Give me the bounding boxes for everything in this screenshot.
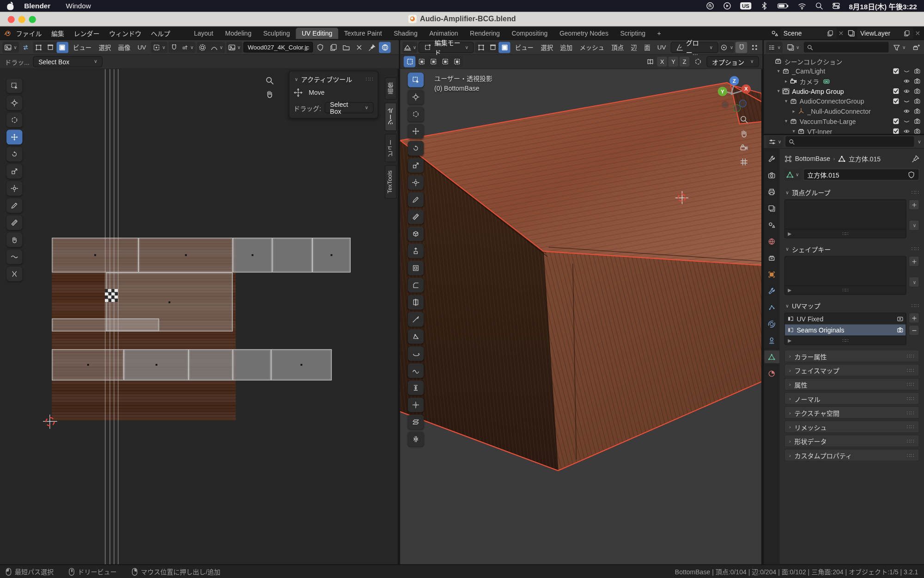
- viewport-camera-icon[interactable]: [740, 143, 748, 152]
- visibility-checkbox[interactable]: [893, 98, 899, 105]
- eye-icon[interactable]: [903, 88, 910, 94]
- select-mode-vertex-button[interactable]: [33, 42, 45, 53]
- select-mode-face-button-3d[interactable]: [498, 42, 511, 53]
- move-tool-button[interactable]: [6, 130, 22, 145]
- apple-menu-icon[interactable]: [7, 2, 13, 10]
- uv-island[interactable]: [312, 238, 351, 272]
- editor-type-button[interactable]: ∨: [2, 42, 19, 53]
- uv-sidebar-tab-画像[interactable]: 画像: [385, 77, 397, 99]
- new-image-button[interactable]: [327, 42, 339, 53]
- breadcrumb-data[interactable]: 立方体.015: [849, 154, 881, 163]
- cursor-tool-button[interactable]: [408, 90, 424, 105]
- render-visibility-icon[interactable]: [914, 108, 920, 114]
- screen-record-icon[interactable]: [706, 2, 714, 10]
- image-browse-button[interactable]: ∨: [226, 42, 243, 53]
- pinch-tool-button[interactable]: [6, 267, 22, 282]
- select-circle-tool-button[interactable]: [408, 107, 424, 122]
- workspace-tab-scripting[interactable]: Scripting: [614, 27, 651, 38]
- uvmap-render-icon[interactable]: [897, 327, 903, 333]
- vertex-group-specials-button[interactable]: ∨: [909, 220, 919, 231]
- scene-selector[interactable]: Scene ✕: [771, 27, 844, 38]
- viewport-pan-icon[interactable]: [740, 129, 748, 138]
- visibility-checkbox[interactable]: [893, 88, 899, 94]
- viewport-ortho-icon[interactable]: [740, 158, 748, 166]
- expand-icon[interactable]: ▶: [788, 288, 791, 293]
- copy-viewlayer-icon[interactable]: [903, 30, 910, 36]
- gizmo-axis-z[interactable]: Z: [729, 76, 739, 86]
- panel-drag-dots[interactable]: ∷∷: [366, 76, 374, 82]
- properties-tab-output[interactable]: [764, 185, 779, 198]
- outliner-item-label[interactable]: Audio-Amp Group: [792, 87, 844, 94]
- viewport-menu-頂点[interactable]: 頂点: [608, 43, 627, 51]
- viewport-menu-UV[interactable]: UV: [654, 43, 669, 50]
- outliner-row-AudioConnectorGroup[interactable]: ▾AudioConnectorGroup: [764, 96, 924, 106]
- mesh-symmetry-button[interactable]: [644, 56, 656, 67]
- uv-island[interactable]: [271, 349, 332, 381]
- uv-menu-選択[interactable]: 選択: [95, 43, 115, 51]
- uv-sidebar-tab-ツール[interactable]: ツール: [385, 103, 397, 131]
- measure-tool-button[interactable]: [6, 215, 22, 230]
- expand-icon[interactable]: ▾: [790, 129, 797, 134]
- properties-tab-world[interactable]: [764, 235, 779, 248]
- workspace-tab-geometry-nodes[interactable]: Geometry Nodes: [553, 27, 614, 38]
- uvmap-row-uv-fixed[interactable]: UV Fixed: [785, 313, 906, 324]
- workspace-tab-shading[interactable]: Shading: [388, 27, 423, 38]
- tweak-select-tool-button[interactable]: [6, 79, 22, 93]
- select-invert-button[interactable]: [439, 56, 451, 67]
- uv-island[interactable]: [233, 349, 271, 381]
- display-channels-button[interactable]: [379, 42, 391, 53]
- panel-カラー属性[interactable]: ›カラー属性∷∷: [784, 350, 919, 362]
- edge-slide-tool-button[interactable]: [408, 381, 424, 395]
- properties-tab-view-layer[interactable]: [764, 202, 779, 215]
- render-visibility-icon[interactable]: [914, 98, 920, 105]
- vertex-groups-list[interactable]: ▶∷∷: [784, 199, 906, 238]
- workspace-tab-sculpting[interactable]: Sculpting: [257, 27, 296, 38]
- topbar-menu-ウィンドウ[interactable]: ウィンドウ: [104, 28, 146, 37]
- active-tool-drag-select[interactable]: Select Box∨: [325, 102, 374, 113]
- outliner-item-label[interactable]: シーンコレクション: [784, 56, 843, 66]
- outliner-row-_Cam/Light[interactable]: ▾_Cam/Light: [764, 66, 924, 76]
- outliner-search-input[interactable]: [803, 42, 888, 53]
- loop-cut-tool-button[interactable]: [408, 295, 424, 310]
- unlink-image-button[interactable]: [353, 42, 365, 53]
- mesh-browse-button[interactable]: ∨: [784, 169, 801, 180]
- unlink-scene-icon[interactable]: ✕: [838, 29, 844, 37]
- viewport-menu-メッシュ[interactable]: メッシュ: [576, 43, 608, 51]
- transform-tool-button[interactable]: [6, 181, 22, 196]
- render-visibility-icon[interactable]: [914, 68, 920, 74]
- select-subtract-button[interactable]: [427, 56, 439, 67]
- workspace-tab-rendering[interactable]: Rendering: [464, 27, 505, 38]
- mesh-name-field[interactable]: 立方体.015: [803, 169, 919, 181]
- workspace-tab-compositing[interactable]: Compositing: [506, 27, 553, 38]
- viewlayer-name[interactable]: ViewLayer: [860, 30, 890, 37]
- eye-closed-icon[interactable]: [903, 68, 910, 74]
- topbar-menu-レンダー[interactable]: レンダー: [69, 28, 104, 37]
- viewport-menu-ビュー[interactable]: ビュー: [511, 43, 537, 51]
- inset-faces-tool-button[interactable]: [408, 261, 424, 276]
- drag-mode-select[interactable]: Select Box∨: [33, 56, 103, 67]
- expand-icon[interactable]: ▾: [783, 118, 790, 123]
- symmetry-x-toggle[interactable]: X: [657, 56, 667, 67]
- zoom-icon[interactable]: [265, 76, 274, 85]
- gizmo-axis-negative[interactable]: [733, 105, 741, 112]
- battery-icon[interactable]: [777, 2, 789, 10]
- outliner-row-_Null-AudioConnector[interactable]: ▸_Null-AudioConnector: [764, 106, 924, 117]
- blender-logo-icon[interactable]: [4, 29, 12, 37]
- topbar-menu-ファイル[interactable]: ファイル: [11, 28, 47, 37]
- snap-falloff-button[interactable]: [692, 56, 704, 67]
- spin-tool-button[interactable]: [408, 346, 424, 361]
- outliner-item-label[interactable]: VT-Inner: [807, 128, 832, 135]
- uv-menu-画像[interactable]: 画像: [115, 43, 134, 51]
- viewport-menu-辺[interactable]: 辺: [627, 43, 641, 51]
- extrude-region-tool-button[interactable]: [408, 244, 424, 258]
- measure-tool-button[interactable]: [408, 209, 424, 224]
- uvmaps-panel-header[interactable]: ∨UVマップ∷∷: [784, 300, 919, 312]
- shape-keys-list[interactable]: ▶∷∷: [784, 256, 906, 295]
- visibility-checkbox[interactable]: [893, 118, 899, 124]
- breadcrumb-object[interactable]: BottomBase: [795, 155, 830, 162]
- topbar-menu-ヘルプ[interactable]: ヘルプ: [146, 28, 175, 37]
- shear-tool-button[interactable]: [408, 415, 424, 430]
- panel-属性[interactable]: ›属性∷∷: [784, 378, 919, 391]
- symmetry-z-toggle[interactable]: Z: [680, 56, 690, 67]
- expand-icon[interactable]: ▾: [775, 68, 782, 74]
